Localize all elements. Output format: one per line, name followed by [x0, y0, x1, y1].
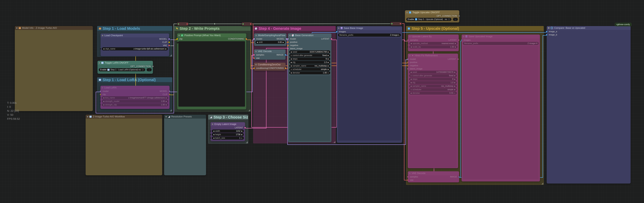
node-save-base-image-widget-filename_prefix[interactable]: filename_prefixZ-Image-L [338, 34, 401, 36]
node-hires-fix-refinement-widget-scheduler[interactable]: ◀schedulersimple▶ [409, 88, 457, 91]
node-load-lora-widget-strength_model[interactable]: ◀strength_model1.00▶ [102, 100, 168, 103]
increment-arrow[interactable]: ▶ [454, 78, 456, 80]
node-reroute-collapsed-3[interactable] [390, 22, 402, 26]
node-toggle-upscaler[interactable]: ▲Toggle Upscaler ON/OFFOPT_CONNECTIONEna… [405, 10, 459, 22]
input-slot-latent_image[interactable] [407, 68, 408, 70]
increment-arrow[interactable]: ▶ [454, 85, 456, 87]
decrement-arrow[interactable]: ◀ [103, 97, 104, 99]
collapse-dot[interactable] [463, 36, 464, 37]
node-empty-latent-widget-width[interactable]: ◀width1152▶ [212, 130, 244, 133]
decrement-arrow[interactable]: ◀ [410, 46, 412, 48]
increment-arrow[interactable]: ▶ [328, 68, 329, 70]
collapse-dot[interactable] [406, 12, 408, 13]
node-compare-base-vs-upscaled-titlebar[interactable]: Compare: Base vs Upscaled [547, 26, 630, 30]
node-save-base-image-titlebar[interactable]: Save Base Image [337, 26, 402, 30]
node-hires-fix-refinement-widget-seed[interactable]: ◀seed147055680729376▶ [409, 71, 457, 74]
collapse-dot[interactable] [16, 27, 18, 29]
node-base-generation-widget-cfg[interactable]: ◀cfg1.0▶ [289, 61, 330, 64]
node-model-info-note[interactable]: Model Info - Z-Image-Turbo-AIO [15, 26, 93, 111]
node-workflow-note-titlebar[interactable]: Z-Image-Turbo-AIO Workflow [86, 115, 162, 118]
increment-arrow[interactable]: ▶ [283, 41, 284, 43]
node-save-base-image[interactable]: Save Base Imageimagesfilename_prefixZ-Im… [337, 26, 402, 143]
increment-arrow[interactable]: ▶ [328, 58, 329, 60]
node-graph-canvas[interactable]: T: 0.00s I: 0 N: 22 [22] V: 50 FPS:59.52… [0, 0, 644, 203]
increment-arrow[interactable]: ▶ [328, 72, 329, 74]
node-reroute-collapsed-2[interactable] [242, 22, 252, 26]
decrement-arrow[interactable]: ◀ [410, 82, 412, 84]
node-hires-fix-refinement-widget-cfg[interactable]: ◀cfg1.0▶ [409, 81, 457, 84]
decrement-arrow[interactable]: ◀ [103, 100, 104, 102]
increment-arrow[interactable]: ▶ [454, 82, 456, 84]
node-hires-fix-refinement-titlebar[interactable]: ✦Hires Fix Refinement [408, 54, 458, 58]
node-empty-latent-widget-height[interactable]: ◀height1736▶ [212, 133, 244, 136]
widget-input-dot[interactable] [210, 134, 211, 135]
increment-arrow[interactable]: ▶ [166, 100, 167, 102]
output-slot-OPT_CONNECTION[interactable] [458, 15, 460, 17]
decrement-arrow[interactable]: ◀ [103, 48, 104, 50]
input-slot[interactable] [178, 23, 179, 25]
input-slot-image_b[interactable] [546, 34, 548, 36]
output-slot-MODEL[interactable] [168, 38, 170, 40]
increment-arrow[interactable]: ▶ [241, 130, 242, 132]
node-workflow-note[interactable]: Z-Image-Turbo-AIO Workflow [86, 115, 162, 175]
node-modelsampling-auraflow[interactable]: ModelSamplingAuraFlowmodelMODEL◀shift3.0… [254, 34, 286, 46]
decrement-arrow[interactable]: ◀ [410, 89, 412, 90]
node-resolution-presets-note-titlebar[interactable]: Resolution Presets [164, 115, 206, 118]
node-hires-fix-refinement-widget-steps[interactable]: ◀steps8▶ [409, 78, 457, 81]
node-base-generation[interactable]: Base GenerationmodelLATENTpositivenegati… [288, 34, 332, 142]
node-base-generation-widget-control_after_generate[interactable]: ◀control after generatefixed▶ [289, 54, 330, 57]
node-upscale-latent-by-widget-scale_by[interactable]: ◀scale_by1.50▶ [409, 45, 458, 48]
increment-arrow[interactable]: ▶ [166, 97, 167, 99]
decrement-arrow[interactable]: ◀ [213, 137, 214, 139]
output-slot-MODEL[interactable] [169, 90, 170, 92]
group-resize-handle[interactable] [541, 182, 543, 184]
node-hires-fix-refinement-widget-sampler_name[interactable]: ◀sampler_nameres_multistep▶ [409, 84, 457, 88]
collapse-dot[interactable] [255, 51, 257, 52]
output-slot-LATENT[interactable] [331, 38, 332, 40]
node-conditioning-zero-out[interactable]: ConditioningZeroOutconditioningCONDITION… [254, 63, 286, 71]
decrement-arrow[interactable]: ◀ [290, 51, 292, 53]
node-toggle-lora-toggle-widget[interactable]: EnableStep 1 - Load LoRA (Optional)no [99, 68, 145, 71]
input-slot-vae[interactable] [253, 57, 255, 59]
input-slot-model[interactable] [407, 58, 408, 60]
group-resize-handle[interactable] [170, 54, 172, 56]
increment-arrow[interactable]: ▶ [328, 62, 329, 63]
node-hires-fix-refinement[interactable]: ✦Hires Fix RefinementmodelLATENTpositive… [408, 54, 458, 168]
output-slot[interactable] [186, 23, 188, 25]
input-slot[interactable] [391, 23, 392, 24]
output-slot[interactable] [400, 23, 401, 24]
output-slot-OPT_CONNECTION[interactable] [152, 66, 154, 67]
node-modelsampling-auraflow-widget-shift[interactable]: ◀shift3.00▶ [256, 41, 285, 44]
increment-arrow[interactable]: ▶ [454, 75, 456, 76]
node-load-lora-widget-strength_clip[interactable]: ◀strength_clip1.00▶ [102, 103, 168, 106]
decrement-arrow[interactable]: ◀ [410, 85, 412, 87]
increment-arrow[interactable]: ▶ [241, 134, 242, 136]
output-slot-CONDITIONING[interactable] [246, 38, 247, 40]
group-resize-handle[interactable] [248, 109, 250, 111]
output-slot-IMAGE[interactable] [458, 176, 460, 178]
node-load-checkpoint[interactable]: Load CheckpointMODELCLIPVAE◀ckpt_namez-i… [100, 34, 169, 56]
node-empty-latent-titlebar[interactable]: Empty Latent Image [210, 122, 245, 126]
group-step2-write-prompts-titlebar[interactable]: ✎Step 2 - Write Prompts [174, 26, 250, 31]
node-base-generation-widget-scheduler[interactable]: ◀schedulersimple▶ [289, 68, 330, 71]
decrement-arrow[interactable]: ◀ [290, 58, 292, 60]
group-resize-handle[interactable] [334, 141, 335, 143]
increment-arrow[interactable]: ▶ [166, 48, 166, 50]
node-load-lora-titlebar[interactable]: Load LoRA [100, 86, 170, 90]
collapse-dot[interactable] [289, 35, 290, 36]
goto-group-button[interactable]: → [147, 68, 152, 71]
collapse-dot[interactable] [102, 35, 103, 36]
input-slot-latent_image[interactable] [287, 48, 289, 49]
node-save-upscaled-image-titlebar[interactable]: Save Upscaled Image [462, 34, 540, 38]
widget-input-dot[interactable] [100, 104, 101, 105]
decrement-arrow[interactable]: ◀ [410, 71, 412, 73]
input-slot-vae[interactable] [407, 179, 408, 181]
decrement-arrow[interactable]: ◀ [213, 134, 214, 136]
node-load-lora-widget-lora_name[interactable]: ◀lora_namez-image\woman877-zimage.safete… [102, 96, 168, 99]
group-step5-upscale-titlebar[interactable]: ▲Step 5 - Upscale (Optional) [406, 26, 544, 31]
node-toggle-upscaler-toggle-widget[interactable]: Enable▲Step 5 - Upscale (Optional)no [406, 18, 452, 21]
widget-input-dot[interactable] [100, 48, 101, 49]
group-resize-handle[interactable] [246, 141, 248, 143]
increment-arrow[interactable]: ▶ [454, 71, 456, 73]
output-slot-LATENT[interactable] [457, 58, 459, 60]
